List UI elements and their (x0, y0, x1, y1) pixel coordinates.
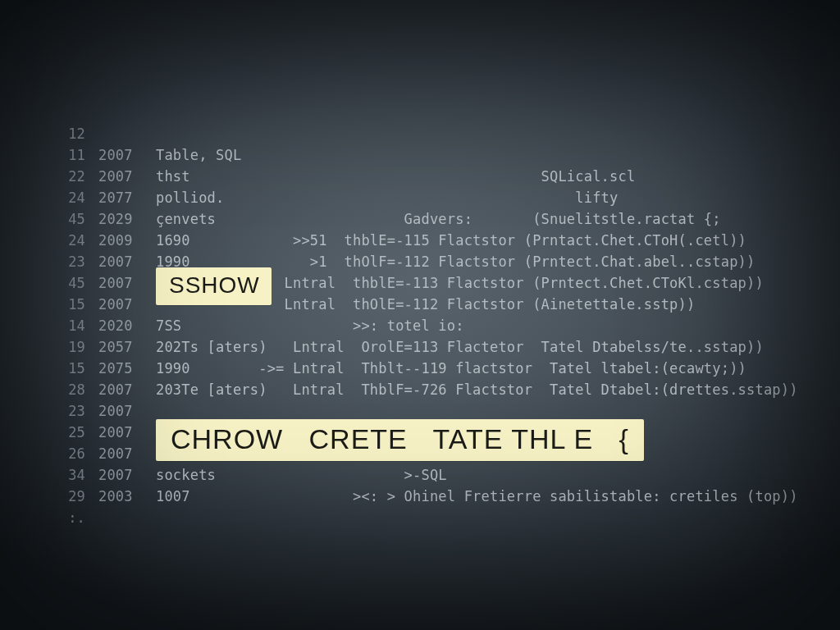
code-line[interactable]: 342007sockets >-SQL (57, 464, 796, 486)
code-line[interactable]: 1420207SS >>: totel io: (57, 315, 796, 336)
line-number: 45 (57, 208, 85, 230)
line-number: 14 (57, 315, 85, 336)
line-year: 2029 (85, 208, 138, 230)
line-code: 203Te [aters) Lntral ThblF=-726 Flactsto… (138, 379, 796, 400)
line-number: 28 (57, 379, 85, 400)
code-line[interactable]: 282007203Te [aters) Lntral ThblF=-726 Fl… (57, 379, 796, 400)
line-number: 24 (57, 230, 85, 251)
line-number: 29 (57, 486, 85, 507)
line-number: 15 (57, 294, 85, 315)
line-year: 2007 (85, 422, 138, 443)
code-line[interactable]: 2420091690 >>51 thblE=-115 Flactstor (Pr… (57, 230, 796, 251)
line-code: Table, SQL (138, 144, 796, 166)
line-number: 22 (57, 166, 85, 187)
code-line[interactable]: :. (57, 507, 796, 528)
line-year: 2020 (85, 315, 138, 336)
line-year: 2007 (85, 464, 138, 486)
code-editor[interactable]: 12112007Table, SQL222007thst SQLical.scl… (57, 123, 796, 528)
line-code: thst SQLical.scl (138, 166, 796, 187)
line-year: 2057 (85, 336, 138, 358)
line-code: çenvets Gadvers: (Snuelitstle.ractat {; (138, 208, 796, 230)
code-line[interactable]: 2920031007 ><: > Ohinel Fretierre sabili… (57, 486, 796, 507)
line-number: 26 (57, 443, 85, 464)
line-year: 2007 (85, 251, 138, 272)
line-number: 11 (57, 144, 85, 166)
line-year: 2007 (85, 272, 138, 294)
line-number: 12 (57, 123, 85, 144)
highlight-chrow-crete: CHROW CRETE TATE THL E { (156, 419, 644, 461)
line-year: 2075 (85, 358, 138, 379)
line-number: 34 (57, 464, 85, 486)
line-code: 1007 ><: > Ohinel Fretierre sabilistable… (138, 486, 796, 507)
line-number: 25 (57, 422, 85, 443)
line-code: 202Ts [aters) Lntral OrolE=113 Flactetor… (138, 336, 796, 358)
line-code: 1990 ->= Lntral Thblt--119 flactstor Tat… (138, 358, 796, 379)
line-number: 45 (57, 272, 85, 294)
line-number: 23 (57, 400, 85, 422)
line-year: 2003 (85, 486, 138, 507)
line-year: 2007 (85, 379, 138, 400)
line-year: 2007 (85, 294, 138, 315)
code-line[interactable]: 12 (57, 123, 796, 144)
highlight-sshow: SSHOW (156, 267, 272, 305)
line-number: :. (57, 507, 85, 528)
code-line[interactable]: 112007Table, SQL (57, 144, 796, 166)
line-code: polliod. lifty (138, 187, 796, 208)
code-line[interactable]: 222007thst SQLical.scl (57, 166, 796, 187)
line-year: 2009 (85, 230, 138, 251)
line-year: 2007 (85, 400, 138, 422)
line-year: 2007 (85, 144, 138, 166)
line-number: 24 (57, 187, 85, 208)
line-code: 7SS >>: totel io: (138, 315, 796, 336)
line-code: 1690 >>51 thblE=-115 Flactstor (Prntact.… (138, 230, 796, 251)
line-year: 2007 (85, 166, 138, 187)
code-line[interactable]: 452029çenvets Gadvers: (Snuelitstle.ract… (57, 208, 796, 230)
line-code: sockets >-SQL (138, 464, 796, 486)
line-year: 2007 (85, 443, 138, 464)
line-number: 23 (57, 251, 85, 272)
line-number: 19 (57, 336, 85, 358)
line-year: 2077 (85, 187, 138, 208)
code-line[interactable]: 242077polliod. lifty (57, 187, 796, 208)
code-line[interactable]: 1520751990 ->= Lntral Thblt--119 flactst… (57, 358, 796, 379)
code-line[interactable]: 192057202Ts [aters) Lntral OrolE=113 Fla… (57, 336, 796, 358)
line-number: 15 (57, 358, 85, 379)
